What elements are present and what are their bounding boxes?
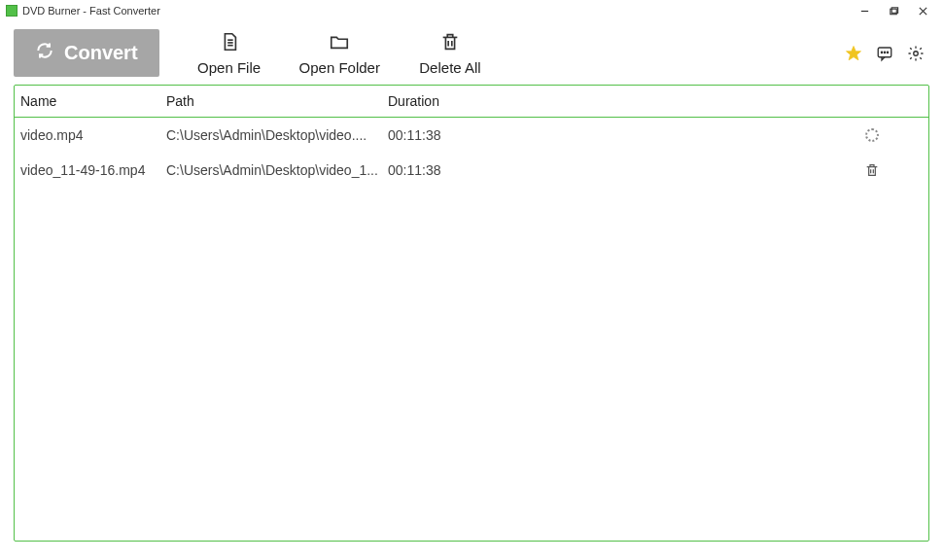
table-header-row: Name Path Duration xyxy=(15,86,928,118)
trash-icon xyxy=(439,31,461,55)
open-file-button[interactable]: Open File xyxy=(191,31,268,76)
cell-name: video.mp4 xyxy=(20,127,166,143)
open-folder-label: Open Folder xyxy=(299,59,380,76)
delete-all-button[interactable]: Delete All xyxy=(411,31,489,76)
window-maximize-button[interactable] xyxy=(879,0,908,21)
folder-icon xyxy=(329,31,350,55)
file-table: Name Path Duration video.mp4 C:\Users\Ad… xyxy=(14,85,929,542)
row-delete-button[interactable] xyxy=(860,158,884,182)
open-file-label: Open File xyxy=(197,59,261,76)
column-header-duration: Duration xyxy=(388,93,495,109)
window-minimize-button[interactable] xyxy=(850,0,879,21)
svg-point-13 xyxy=(884,52,885,52)
refresh-icon xyxy=(35,41,54,65)
window-title: DVD Burner - Fast Converter xyxy=(22,5,160,17)
window-close-button[interactable] xyxy=(908,0,937,21)
cell-duration: 00:11:38 xyxy=(388,127,495,143)
svg-marker-10 xyxy=(847,46,861,59)
settings-icon[interactable] xyxy=(906,44,926,63)
convert-button-label: Convert xyxy=(64,42,138,64)
feedback-icon[interactable] xyxy=(875,44,894,63)
svg-point-12 xyxy=(881,52,882,52)
cell-path: C:\Users\Admin\Desktop\video_1... xyxy=(166,162,388,178)
file-icon xyxy=(219,31,240,55)
row-status-loading xyxy=(860,123,884,147)
cell-duration: 00:11:38 xyxy=(388,162,495,178)
toolbar-right-icons xyxy=(844,44,929,63)
star-icon[interactable] xyxy=(844,44,863,63)
app-icon xyxy=(6,5,17,17)
column-header-name: Name xyxy=(20,93,166,109)
cell-name: video_11-49-16.mp4 xyxy=(20,162,166,178)
column-header-path: Path xyxy=(166,93,388,109)
convert-button[interactable]: Convert xyxy=(14,29,159,77)
table-row[interactable]: video.mp4 C:\Users\Admin\Desktop\video..… xyxy=(15,118,928,153)
svg-point-15 xyxy=(914,51,919,55)
svg-point-14 xyxy=(887,52,888,52)
table-row[interactable]: video_11-49-16.mp4 C:\Users\Admin\Deskto… xyxy=(15,153,928,188)
open-folder-button[interactable]: Open Folder xyxy=(299,31,380,76)
trash-icon xyxy=(864,162,880,178)
cell-path: C:\Users\Admin\Desktop\video.... xyxy=(166,127,388,143)
toolbar: Convert Open File Open Folder xyxy=(0,21,943,85)
delete-all-label: Delete All xyxy=(419,59,480,76)
window-titlebar: DVD Burner - Fast Converter xyxy=(0,0,943,21)
loading-spinner-icon xyxy=(865,128,879,142)
